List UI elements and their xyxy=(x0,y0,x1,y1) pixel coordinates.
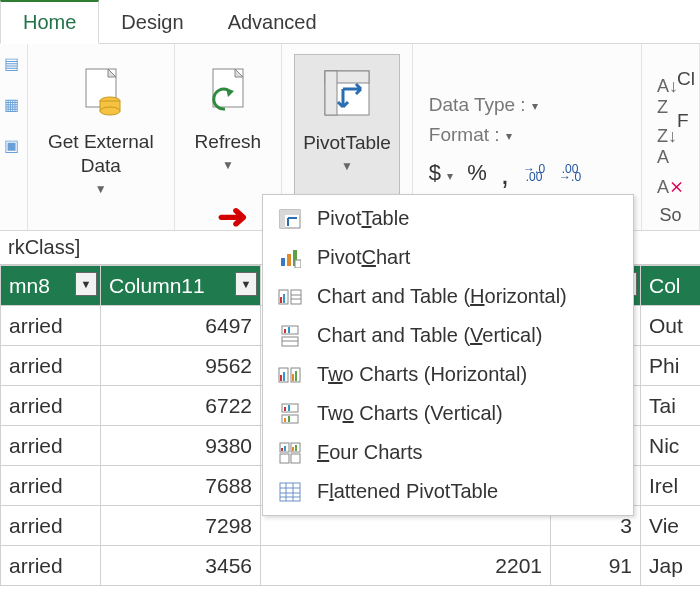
column-header[interactable]: Column11▼ xyxy=(101,266,261,306)
svg-rect-33 xyxy=(292,374,294,381)
get-external-data-group: Get ExternalData ▼ xyxy=(28,44,175,230)
menu-label: Two Charts (Horizontal) xyxy=(317,363,527,386)
cell[interactable]: Out xyxy=(641,306,701,346)
cell[interactable]: 9562 xyxy=(101,346,261,386)
menu-label: Chart and Table (Horizontal) xyxy=(317,285,567,308)
pivotchart-icon xyxy=(277,247,303,269)
menu-item-flattened-pivottable[interactable]: Flattened PivotTable xyxy=(263,472,633,511)
svg-rect-40 xyxy=(288,416,290,422)
column-header[interactable]: mn8▼ xyxy=(1,266,101,306)
menu-item-two-charts-horizontal[interactable]: Two Charts (Horizontal) xyxy=(263,355,633,394)
clipboard-icon[interactable]: ▤ xyxy=(4,54,19,73)
menu-item-pivotchart[interactable]: PivotChart xyxy=(263,238,633,277)
cell[interactable]: Irel xyxy=(641,466,701,506)
refresh-icon xyxy=(207,60,249,124)
decrease-decimal-button[interactable]: .00→.0 xyxy=(559,165,581,182)
filter-label: F xyxy=(677,100,695,142)
percent-button[interactable]: % xyxy=(467,160,487,186)
svg-rect-46 xyxy=(284,446,286,451)
data-type-label: Data Type : xyxy=(429,94,526,116)
tab-advanced[interactable]: Advanced xyxy=(206,2,339,43)
callout-arrow-icon: ➜ xyxy=(217,196,248,236)
svg-rect-26 xyxy=(288,327,290,333)
svg-rect-44 xyxy=(291,454,300,463)
svg-rect-14 xyxy=(281,258,285,266)
format-row[interactable]: Format : ▾ xyxy=(429,124,512,146)
menu-label: Two Charts (Vertical) xyxy=(317,402,503,425)
svg-rect-37 xyxy=(288,405,290,411)
comma-button[interactable]: , xyxy=(501,166,509,181)
cell[interactable]: Nic xyxy=(641,426,701,466)
table-row[interactable]: arried3456220191Jap xyxy=(1,546,701,586)
sort-asc-icon[interactable]: A↓Z xyxy=(657,76,678,118)
svg-rect-43 xyxy=(280,454,289,463)
get-external-data-label: Get ExternalData xyxy=(48,130,154,178)
cell[interactable]: 2201 xyxy=(261,546,551,586)
data-type-row[interactable]: Data Type : ▾ xyxy=(429,94,538,116)
column-header[interactable]: Col xyxy=(641,266,701,306)
menu-item-four-charts[interactable]: Four Charts xyxy=(263,433,633,472)
grid-icon[interactable]: ▦ xyxy=(4,95,19,114)
cell[interactable]: 6497 xyxy=(101,306,261,346)
cell[interactable]: 91 xyxy=(551,546,641,586)
cell[interactable]: arried xyxy=(1,306,101,346)
svg-rect-49 xyxy=(280,483,300,501)
sort-desc-icon[interactable]: Z↓A xyxy=(657,126,677,168)
cell[interactable]: 7688 xyxy=(101,466,261,506)
svg-rect-45 xyxy=(281,448,283,451)
cell[interactable]: Phi xyxy=(641,346,701,386)
increase-decimal-button[interactable]: →.0.00 xyxy=(523,165,545,182)
cell[interactable]: arried xyxy=(1,386,101,426)
cell[interactable]: Vie xyxy=(641,506,701,546)
sort-clear-group: A↓Z Z↓A A⨯ Cl F So xyxy=(642,44,700,230)
cell[interactable]: Tai xyxy=(641,386,701,426)
column-label: Col xyxy=(649,274,681,297)
menu-label: Four Charts xyxy=(317,441,423,464)
svg-rect-19 xyxy=(280,297,282,303)
cell[interactable]: arried xyxy=(1,506,101,546)
filter-dropdown-icon[interactable]: ▼ xyxy=(235,272,257,296)
svg-rect-13 xyxy=(280,210,285,228)
flattened-pivottable-icon xyxy=(277,481,303,503)
column-label: Column11 xyxy=(109,274,205,297)
menu-label: Flattened PivotTable xyxy=(317,480,498,503)
cell[interactable]: 7298 xyxy=(101,506,261,546)
menu-item-pivottable[interactable]: PivotTable xyxy=(263,199,633,238)
menu-item-chart-table-vertical[interactable]: Chart and Table (Vertical) xyxy=(263,316,633,355)
svg-rect-39 xyxy=(284,418,286,422)
chart-table-v-icon xyxy=(277,325,303,347)
svg-point-4 xyxy=(100,107,120,115)
ribbon-tabs: Home Design Advanced xyxy=(0,0,700,44)
refresh-label: Refresh xyxy=(195,130,262,154)
cell[interactable]: arried xyxy=(1,466,101,506)
get-external-data-button[interactable]: Get ExternalData ▼ xyxy=(40,54,162,224)
cell[interactable]: 9380 xyxy=(101,426,261,466)
svg-rect-25 xyxy=(284,329,286,333)
cell[interactable]: 6722 xyxy=(101,386,261,426)
svg-rect-10 xyxy=(325,71,337,115)
pivottable-small-icon xyxy=(277,208,303,230)
pivottable-label: PivotTable xyxy=(303,131,391,155)
svg-rect-20 xyxy=(283,294,285,303)
cell[interactable]: Jap xyxy=(641,546,701,586)
menu-item-chart-table-horizontal[interactable]: Chart and Table (Horizontal) xyxy=(263,277,633,316)
filter-dropdown-icon[interactable]: ▼ xyxy=(75,272,97,296)
two-charts-h-icon xyxy=(277,364,303,386)
chevron-down-icon: ▾ xyxy=(532,99,538,113)
chevron-down-icon: ▼ xyxy=(341,159,353,174)
cell[interactable]: arried xyxy=(1,346,101,386)
menu-item-two-charts-vertical[interactable]: Two Charts (Vertical) xyxy=(263,394,633,433)
cell[interactable]: arried xyxy=(1,546,101,586)
file-db-icon xyxy=(80,60,122,124)
svg-rect-48 xyxy=(295,445,297,451)
clear-sort-button[interactable]: A⨯ xyxy=(657,176,684,198)
cell[interactable]: 3456 xyxy=(101,546,261,586)
table-icon[interactable]: ▣ xyxy=(4,136,19,155)
cell[interactable]: arried xyxy=(1,426,101,466)
tab-home[interactable]: Home xyxy=(0,0,99,44)
currency-button[interactable]: $ ▾ xyxy=(429,160,453,186)
tab-design[interactable]: Design xyxy=(99,2,205,43)
menu-label: PivotTable xyxy=(317,207,409,230)
svg-rect-21 xyxy=(291,290,301,304)
menu-label: PivotChart xyxy=(317,246,410,269)
